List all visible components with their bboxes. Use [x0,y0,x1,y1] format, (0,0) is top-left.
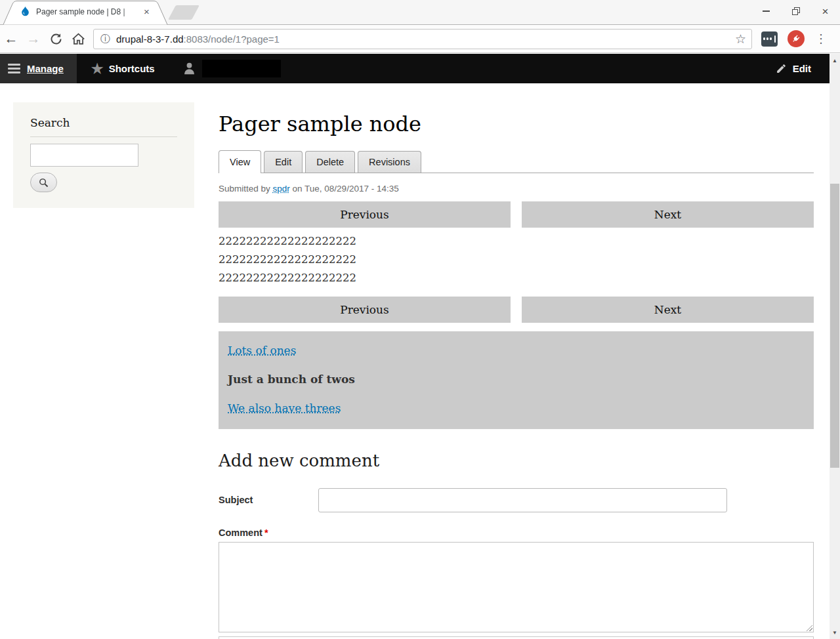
current-item-twos: Just a bunch of twos [228,373,355,386]
text-format-section [219,636,814,639]
search-icon [38,177,49,188]
browser-toolbar: ← → ⓘ drupal-8-3-7.dd:8083/node/1?page=1… [0,25,840,52]
browser-tab[interactable]: Pager sample node | D8 | × [3,0,168,25]
tab-close-icon[interactable]: × [144,7,150,16]
subject-form-row: Subject [219,488,814,512]
close-button[interactable]: × [810,0,840,22]
search-submit-button[interactable] [30,173,57,192]
node-tabs: View Edit Delete Revisions [219,150,814,173]
browser-chrome: Pager sample node | D8 | × × ← → [0,0,840,53]
page-title: Pager sample node [219,111,814,137]
previous-button[interactable]: Previous [219,297,511,323]
tab-view[interactable]: View [219,150,261,173]
scroll-up-icon[interactable]: ▲ [830,55,840,66]
resize-grip-icon[interactable] [805,624,812,631]
browser-menu-icon[interactable]: ⋮ [813,31,829,46]
main-content: Pager sample node View Edit Delete Revis… [219,83,814,639]
toolbar-item-shortcuts[interactable]: ★ Shortcuts [91,62,155,75]
minimize-button[interactable] [751,0,781,22]
shortcuts-label: Shortcuts [109,63,155,74]
tab-revisions[interactable]: Revisions [358,151,421,173]
drupal-admin-toolbar: Manage ★ Shortcuts Edit [0,54,840,83]
manage-label: Manage [27,63,64,74]
body-line: 22222222222222222222 [219,269,814,287]
reload-icon [49,32,63,46]
restore-button[interactable] [781,0,810,22]
comment-textarea[interactable] [219,542,814,632]
body-line: 22222222222222222222 [219,232,814,251]
pager-bottom: Previous Next [219,297,814,323]
tab-delete[interactable]: Delete [305,151,355,173]
node-body: 22222222222222222222 2222222222222222222… [219,232,814,287]
username-redacted [202,60,281,77]
subject-label: Subject [219,488,318,512]
drupal-favicon-icon [20,6,31,17]
submitted-date: on Tue, 08/29/2017 - 14:35 [290,184,399,194]
required-marker: * [264,527,268,538]
bookmark-star-icon[interactable]: ☆ [735,31,746,47]
url-text: drupal-8-3-7.dd:8083/node/1?page=1 [116,33,280,45]
pencil-icon [776,63,787,74]
url-host: drupal-8-3-7.dd [116,33,184,45]
scroll-down-icon[interactable]: ▼ [830,627,840,638]
home-icon [72,32,85,46]
toolbar-item-user[interactable] [182,60,281,77]
shortcuts-star-icon: ★ [91,62,104,75]
page-content: Search Pager sample node View Edit Delet… [0,83,830,639]
page-info-icon[interactable]: ⓘ [100,33,110,45]
add-comment-heading: Add new comment [219,449,814,472]
home-button[interactable] [67,32,89,46]
extension-plug-icon[interactable] [788,30,805,47]
comment-label: Comment* [219,527,814,538]
link-we-also-have-threes[interactable]: We also have threes [228,402,341,415]
hamburger-icon [8,64,20,73]
search-input[interactable] [30,144,138,167]
window-controls: × [751,0,840,22]
restore-icon [792,7,800,15]
toolbar-item-manage[interactable]: Manage [0,54,77,83]
submitted-line: Submitted by spdr on Tue, 08/29/2017 - 1… [219,184,814,194]
forward-button[interactable]: → [22,31,45,47]
extension-password-icon[interactable] [761,31,778,47]
pager-top: Previous Next [219,201,814,228]
tab-edit[interactable]: Edit [264,151,303,173]
edit-label: Edit [793,63,811,74]
subject-input[interactable] [318,488,727,512]
url-bar[interactable]: ⓘ drupal-8-3-7.dd:8083/node/1?page=1 ☆ [93,29,752,49]
next-button[interactable]: Next [522,297,814,323]
next-button[interactable]: Next [522,201,814,228]
related-links-box: Lots of ones Just a bunch of twos We als… [219,331,814,429]
tab-title: Pager sample node | D8 | [36,7,140,16]
minimize-icon [763,10,770,12]
sidebar-search-block: Search [13,102,194,208]
reload-button[interactable] [45,32,67,46]
user-icon [182,62,196,75]
url-path: :8083/node/1?page=1 [184,33,280,45]
page-scrollbar[interactable]: ▲ ▼ [830,54,840,639]
toolbar-edit-button[interactable]: Edit [776,63,811,74]
author-link[interactable]: spdr [273,184,290,194]
link-lots-of-ones[interactable]: Lots of ones [228,344,296,357]
back-button[interactable]: ← [0,31,22,47]
tab-strip: Pager sample node | D8 | × × [0,0,840,25]
new-tab-button[interactable] [168,5,200,20]
search-block-heading: Search [30,116,177,137]
plug-icon [791,33,801,44]
scrollbar-thumb[interactable] [830,184,839,468]
close-icon: × [822,6,829,17]
submitted-prefix: Submitted by [219,184,273,194]
body-line: 22222222222222222222 [219,251,814,269]
previous-button[interactable]: Previous [219,201,511,228]
